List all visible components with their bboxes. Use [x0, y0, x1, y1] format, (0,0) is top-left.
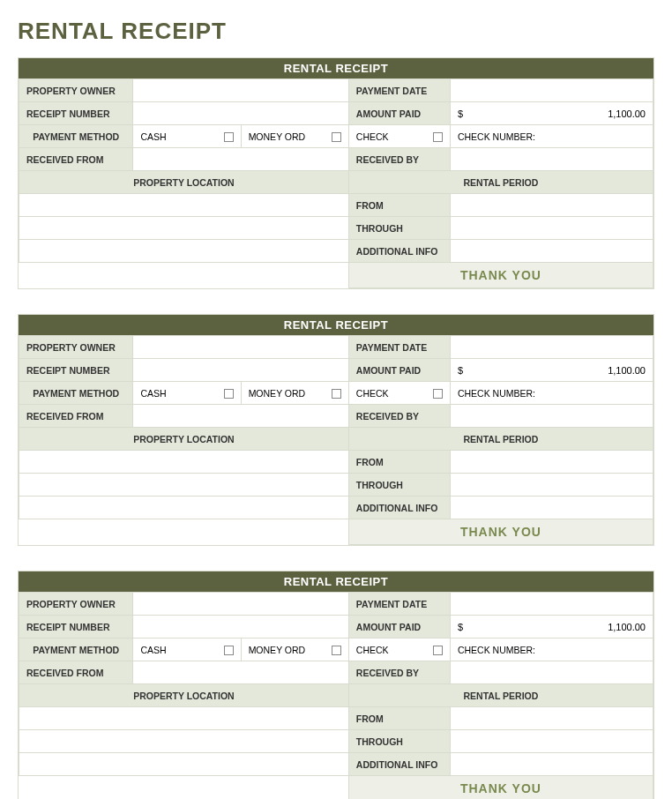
value-received-from[interactable]: [133, 661, 348, 684]
label-from: FROM: [348, 707, 450, 730]
value-property-location-2[interactable]: [19, 730, 349, 753]
label-received-from: RECEIVED FROM: [19, 148, 133, 171]
value-check-number[interactable]: CHECK NUMBER:: [450, 638, 653, 661]
payment-moneyord-cell[interactable]: MONEY ORD: [241, 125, 348, 148]
value-payment-date[interactable]: [450, 336, 653, 359]
value-receipt-number[interactable]: [133, 359, 348, 382]
label-additional-info: ADDITIONAL INFO: [348, 497, 450, 519]
receipt-table: PROPERTY OWNER PAYMENT DATE RECEIPT NUMB…: [19, 335, 653, 545]
empty-cell: [19, 519, 349, 545]
thank-you: THANK YOU: [348, 519, 653, 545]
value-property-location-2[interactable]: [19, 474, 349, 497]
checkbox-check[interactable]: [433, 389, 443, 399]
label-payment-method: PAYMENT METHOD: [19, 125, 133, 148]
value-amount-paid[interactable]: $ 1,100.00: [450, 102, 653, 125]
thank-you: THANK YOU: [348, 776, 653, 800]
value-amount-paid[interactable]: $ 1,100.00: [450, 359, 653, 382]
label-receipt-number: RECEIPT NUMBER: [19, 102, 133, 125]
value-additional-info[interactable]: [450, 753, 653, 776]
value-property-owner[interactable]: [133, 79, 348, 102]
checkbox-check[interactable]: [433, 132, 443, 142]
value-property-location-1[interactable]: [19, 707, 349, 730]
label-amount-paid: AMOUNT PAID: [348, 359, 450, 382]
label-received-from: RECEIVED FROM: [19, 661, 133, 684]
value-check-number[interactable]: CHECK NUMBER:: [450, 382, 653, 405]
value-property-location-2[interactable]: [19, 217, 349, 240]
receipt-header: RENTAL RECEIPT: [19, 58, 653, 78]
value-received-by[interactable]: [450, 405, 653, 428]
value-receipt-number[interactable]: [133, 102, 348, 125]
checkbox-cash[interactable]: [224, 132, 234, 142]
payment-check-cell[interactable]: CHECK: [348, 638, 450, 661]
receipt-header: RENTAL RECEIPT: [19, 571, 653, 592]
receipt: RENTAL RECEIPT PROPERTY OWNER PAYMENT DA…: [18, 314, 654, 546]
label-check: CHECK: [356, 645, 389, 655]
payment-cash-cell[interactable]: CASH: [133, 125, 241, 148]
checkbox-money-ord[interactable]: [332, 132, 341, 142]
amount-value: 1,100.00: [608, 622, 646, 632]
checkbox-cash[interactable]: [224, 646, 234, 655]
value-through[interactable]: [450, 730, 653, 753]
value-property-location-3[interactable]: [19, 240, 349, 263]
empty-cell: [19, 263, 349, 288]
value-amount-paid[interactable]: $ 1,100.00: [450, 616, 653, 638]
label-payment-date: PAYMENT DATE: [348, 79, 450, 102]
label-additional-info: ADDITIONAL INFO: [348, 753, 450, 776]
label-additional-info: ADDITIONAL INFO: [348, 240, 450, 263]
value-additional-info[interactable]: [450, 497, 653, 519]
thank-you: THANK YOU: [348, 263, 653, 288]
value-property-owner[interactable]: [133, 593, 348, 616]
value-received-from[interactable]: [133, 148, 348, 171]
label-amount-paid: AMOUNT PAID: [348, 102, 450, 125]
currency-symbol: $: [458, 622, 463, 632]
payment-check-cell[interactable]: CHECK: [348, 382, 450, 405]
value-receipt-number[interactable]: [133, 616, 348, 638]
label-property-location: PROPERTY LOCATION: [19, 684, 349, 707]
value-from[interactable]: [450, 707, 653, 730]
value-property-location-1[interactable]: [19, 451, 349, 474]
value-received-by[interactable]: [450, 148, 653, 171]
value-additional-info[interactable]: [450, 240, 653, 263]
label-property-owner: PROPERTY OWNER: [19, 79, 133, 102]
value-from[interactable]: [450, 451, 653, 474]
value-payment-date[interactable]: [450, 79, 653, 102]
receipt: RENTAL RECEIPT PROPERTY OWNER PAYMENT DA…: [18, 571, 654, 799]
value-property-location-3[interactable]: [19, 753, 349, 776]
value-payment-date[interactable]: [450, 593, 653, 616]
label-money-ord: MONEY ORD: [249, 645, 306, 655]
value-received-by[interactable]: [450, 661, 653, 684]
payment-moneyord-cell[interactable]: MONEY ORD: [241, 382, 348, 405]
checkbox-cash[interactable]: [224, 389, 234, 399]
checkbox-money-ord[interactable]: [332, 389, 341, 399]
label-payment-method: PAYMENT METHOD: [19, 638, 133, 661]
label-property-location: PROPERTY LOCATION: [19, 171, 349, 194]
label-money-ord: MONEY ORD: [249, 388, 306, 399]
value-received-from[interactable]: [133, 405, 348, 428]
label-amount-paid: AMOUNT PAID: [348, 616, 450, 638]
value-check-number[interactable]: CHECK NUMBER:: [450, 125, 653, 148]
value-property-location-1[interactable]: [19, 194, 349, 217]
checkbox-money-ord[interactable]: [332, 646, 341, 655]
label-rental-period: RENTAL PERIOD: [348, 684, 653, 707]
label-payment-date: PAYMENT DATE: [348, 593, 450, 616]
label-through: THROUGH: [348, 217, 450, 240]
value-property-owner[interactable]: [133, 336, 348, 359]
payment-moneyord-cell[interactable]: MONEY ORD: [241, 638, 348, 661]
label-from: FROM: [348, 194, 450, 217]
label-through: THROUGH: [348, 730, 450, 753]
payment-check-cell[interactable]: CHECK: [348, 125, 450, 148]
page-title: RENTAL RECEIPT: [18, 18, 654, 45]
amount-value: 1,100.00: [608, 365, 646, 376]
label-cash: CASH: [140, 131, 166, 142]
payment-cash-cell[interactable]: CASH: [133, 382, 241, 405]
value-property-location-3[interactable]: [19, 497, 349, 519]
payment-cash-cell[interactable]: CASH: [133, 638, 241, 661]
label-check: CHECK: [356, 388, 389, 399]
receipt-table: PROPERTY OWNER PAYMENT DATE RECEIPT NUMB…: [19, 592, 653, 799]
value-through[interactable]: [450, 217, 653, 240]
label-property-owner: PROPERTY OWNER: [19, 336, 133, 359]
checkbox-check[interactable]: [433, 646, 443, 655]
value-through[interactable]: [450, 474, 653, 497]
label-through: THROUGH: [348, 474, 450, 497]
value-from[interactable]: [450, 194, 653, 217]
